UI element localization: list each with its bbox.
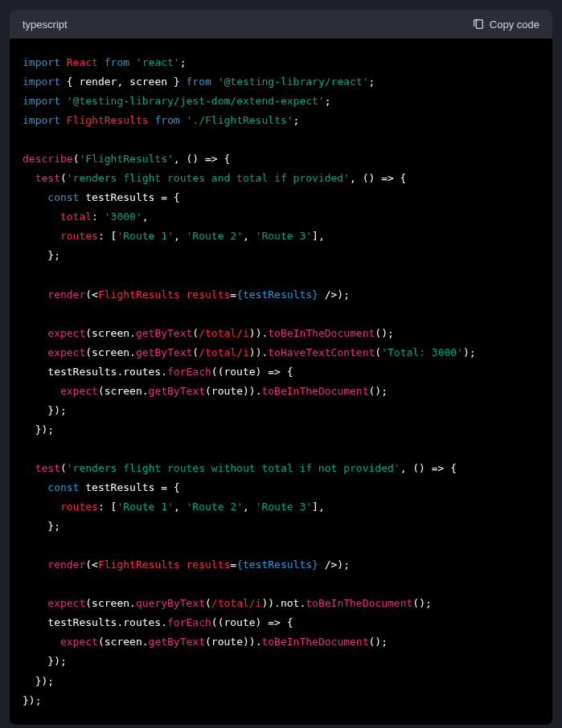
copy-code-button[interactable]: Copy code xyxy=(472,18,539,31)
svg-rect-0 xyxy=(476,20,482,29)
copy-label: Copy code xyxy=(490,18,539,31)
code-header: typescript Copy code xyxy=(10,10,552,39)
code-block: typescript Copy code import React from '… xyxy=(10,10,552,725)
clipboard-icon xyxy=(472,18,485,31)
code-content[interactable]: import React from 'react'; import { rend… xyxy=(10,39,552,725)
language-label: typescript xyxy=(23,18,68,31)
